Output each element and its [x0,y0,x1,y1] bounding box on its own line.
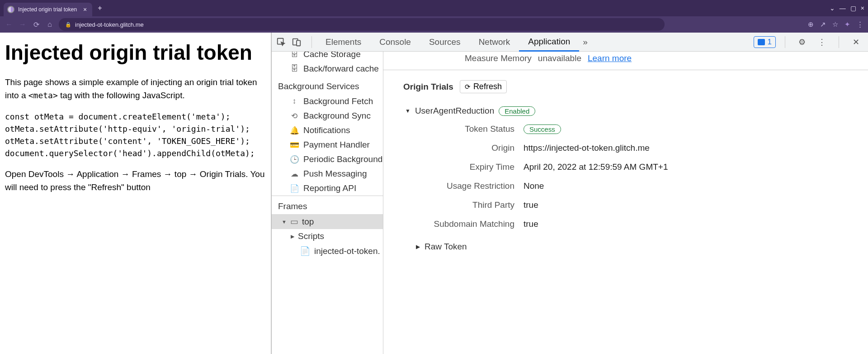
sidebar-item-periodic-sync[interactable]: 🕒Periodic Background [272,152,383,167]
sync-icon: ⟲ [290,111,299,121]
maximize-icon[interactable]: ▢ [850,5,856,12]
sidebar-item-push-messaging[interactable]: ☁Push Messaging [272,167,383,181]
extensions-icon[interactable]: ✦ [844,20,850,29]
divider [383,70,868,70]
refresh-button[interactable]: ⟳ Refresh [460,80,507,93]
code-block: const otMeta = document.createElement('m… [5,110,266,159]
kv-value: April 20, 2022 at 12:59:59 AM GMT+1 [524,162,668,172]
learn-more-link[interactable]: Learn more [588,53,632,63]
sidebar-item-cache-storage[interactable]: 🗄 Cache Storage [272,52,383,62]
browser-tab-strip: Injected origin trial token × + ⌄ — ▢ × [0,0,868,16]
application-sidebar: 🗄 Cache Storage 🗄 Back/forward cache Bac… [272,52,383,354]
page-text: tag with the following JavaScript. [58,91,185,100]
omnibox[interactable]: 🔒 injected-ot-token.glitch.me [59,18,665,31]
trial-name: UserAgentReduction [415,106,494,116]
reload-button[interactable]: ⟳ [32,20,41,29]
tab-application[interactable]: Application [519,33,579,52]
tab-title: Injected origin trial token [18,6,77,13]
tab-console[interactable]: Console [370,33,420,52]
browser-tab[interactable]: Injected origin trial token × [4,3,92,16]
settings-icon[interactable]: ⚙ [794,37,810,47]
address-bar: ← → ⟳ ⌂ 🔒 injected-ot-token.glitch.me ⊕ … [0,16,868,33]
share-icon[interactable]: ↗ [820,20,826,29]
tab-elements[interactable]: Elements [316,33,370,52]
frame-label: Scripts [298,231,324,241]
close-window-icon[interactable]: × [861,5,864,12]
devtools-toolbar: Elements Console Sources Network Applica… [272,33,868,52]
menu-icon[interactable]: ⋮ [857,20,863,29]
kv-value: None [524,181,544,191]
kv-key: Third Party [383,200,514,210]
sidebar-item-payment-handler[interactable]: 💳Payment Handler [272,138,383,152]
disclosure-triangle-icon[interactable]: ▼ [282,219,287,225]
sidebar-item-label: Periodic Background [303,154,382,164]
sidebar-section-background-services: Background Services [272,76,383,94]
tab-close-icon[interactable]: × [83,6,87,13]
sidebar-item-label: Back/forward cache [303,64,379,74]
success-badge: Success [524,124,561,134]
sidebar-item-background-sync[interactable]: ⟲Background Sync [272,109,383,123]
database-icon: 🗄 [290,64,299,73]
origin-trials-label: Origin Trials [403,82,453,92]
disclosure-triangle-icon[interactable]: ▼ [405,108,410,114]
chevron-down-icon[interactable]: ⌄ [830,5,835,12]
measure-memory-value: unavailable [538,53,581,63]
bookmark-icon[interactable]: ☆ [832,20,838,29]
kv-key: Subdomain Matching [383,219,514,229]
database-icon: 🗄 [290,52,299,59]
sidebar-item-label: Payment Handler [303,140,370,150]
tab-network[interactable]: Network [470,33,519,52]
enabled-badge: Enabled [499,106,535,116]
sidebar-item-label: Notifications [303,125,350,135]
kv-usage: Usage Restriction None [383,177,868,196]
sidebar-item-label: Push Messaging [303,169,367,179]
kv-value: true [524,200,538,210]
devtools-menu-icon[interactable]: ⋮ [814,37,830,47]
frame-top[interactable]: ▼ ▭ top [272,214,383,229]
frame-leaf[interactable]: 📄 injected-ot-token. [272,244,383,258]
tab-sources[interactable]: Sources [420,33,470,52]
zoom-icon[interactable]: ⊕ [808,20,814,29]
inspect-icon[interactable] [276,37,292,47]
device-toggle-icon[interactable] [292,37,307,47]
bell-icon: 🔔 [290,126,299,135]
window-controls: ⌄ — ▢ × [830,5,864,12]
sidebar-item-label: Background Sync [303,111,371,121]
tabs-overflow[interactable]: » [579,33,591,52]
card-icon: 💳 [290,140,299,150]
forward-button[interactable]: → [18,20,27,29]
minimize-icon[interactable]: — [840,5,846,12]
kv-key: Expiry Time [383,162,514,172]
kv-origin: Origin https://injected-ot-token.glitch.… [383,139,868,158]
sidebar-item-notifications[interactable]: 🔔Notifications [272,123,383,138]
url-text: injected-ot-token.glitch.me [75,21,144,28]
sidebar-item-background-fetch[interactable]: ↕Background Fetch [272,94,383,109]
devtools-panel: Elements Console Sources Network Applica… [271,33,868,354]
fetch-icon: ↕ [290,97,299,106]
sidebar-item-bfcache[interactable]: 🗄 Back/forward cache [272,62,383,76]
sidebar-item-reporting-api[interactable]: 📄Reporting API [272,181,383,196]
tab-favicon [7,6,14,13]
home-button[interactable]: ⌂ [45,20,54,29]
frame-label: top [302,217,314,227]
measure-memory-row: Measure Memory unavailable Learn more [465,52,868,70]
issues-badge[interactable]: 1 [754,36,776,48]
instructions-text: Open DevTools → Application → Frames → t… [5,167,266,194]
trial-row[interactable]: ▼ UserAgentReduction Enabled [383,96,868,120]
svg-rect-3 [297,40,300,46]
application-main: Measure Memory unavailable Learn more Or… [383,52,868,354]
devtools-close-icon[interactable]: ✕ [848,37,863,47]
window-icon: ▭ [290,216,298,227]
disclosure-triangle-icon[interactable]: ▶ [291,234,294,239]
issues-count: 1 [768,38,772,47]
origin-trials-header: Origin Trials ⟳ Refresh [383,77,868,96]
frame-scripts[interactable]: ▶ Scripts [272,229,383,244]
rendered-page: Injected origin trial token This page sh… [0,33,271,354]
kv-subdomain: Subdomain Matching true [383,215,868,234]
raw-token-row[interactable]: ▶ Raw Token [383,234,868,252]
back-button[interactable]: ← [5,20,14,29]
meta-code: <meta> [28,91,58,100]
disclosure-triangle-icon[interactable]: ▶ [416,244,420,250]
kv-expiry: Expiry Time April 20, 2022 at 12:59:59 A… [383,158,868,177]
new-tab-button[interactable]: + [98,4,102,12]
